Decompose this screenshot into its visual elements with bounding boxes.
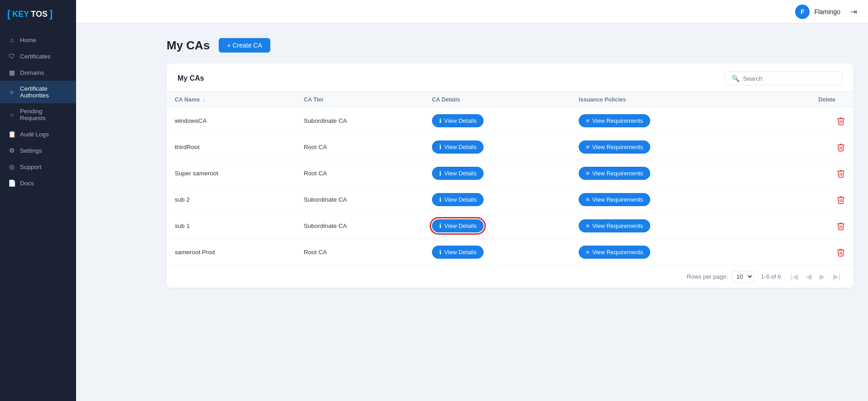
view-details-button[interactable]: ℹ View Details (432, 140, 484, 154)
sidebar-item-certificates[interactable]: 🛡 Certificates (0, 48, 76, 64)
cell-ca-details: ℹ View Details (424, 134, 571, 160)
view-requirements-button[interactable]: ≡ View Requirements (579, 246, 650, 259)
cell-ca-details: ℹ View Details (424, 213, 571, 239)
sidebar-item-settings[interactable]: ⚙ Settings (0, 142, 76, 159)
table-heading: My CAs (177, 74, 204, 82)
cell-ca-name: sameroot Prod (167, 239, 296, 266)
main-content: My CAs + Create CA My CAs 🔍 CA Name ↓ CA… (152, 24, 868, 401)
table-row: sub 1Subordinate CAℹ View Details≡ View … (167, 213, 854, 239)
home-icon: ⌂ (8, 36, 15, 43)
cell-ca-name: Super sameroot (167, 160, 296, 187)
sidebar-item-home[interactable]: ⌂ Home (0, 32, 76, 48)
avatar: F (795, 5, 810, 19)
table-row: sub 2Subordinate CAℹ View Details≡ View … (167, 187, 854, 213)
logo: [ KEY TOS ] (0, 0, 76, 28)
rows-per-page-label: Rows per page: (687, 273, 728, 280)
view-requirements-button[interactable]: ≡ View Requirements (579, 193, 650, 206)
delete-button[interactable] (768, 143, 845, 152)
cell-issuance-policies: ≡ View Requirements (571, 213, 760, 239)
cell-delete (760, 160, 854, 187)
sidebar-item-support-label: Support (20, 164, 41, 170)
sidebar-item-docs[interactable]: 📄 Docs (0, 175, 76, 191)
search-box[interactable]: 🔍 (725, 72, 843, 85)
view-requirements-button[interactable]: ≡ View Requirements (579, 167, 650, 180)
sidebar-item-support[interactable]: ◎ Support (0, 159, 76, 175)
domain-icon: ▦ (8, 69, 15, 76)
sort-arrow-icon: ↓ (203, 97, 206, 102)
sidebar-item-domains[interactable]: ▦ Domains (0, 64, 76, 81)
search-icon: 🔍 (732, 75, 739, 82)
sidebar-item-docs-label: Docs (20, 180, 34, 187)
logo-key: KEY (12, 10, 29, 19)
topbar: F Flamingo ⇥ (76, 0, 868, 24)
cell-ca-tier: Subordinate CA (296, 213, 424, 239)
cell-issuance-policies: ≡ View Requirements (571, 134, 760, 160)
settings-icon: ⚙ (8, 147, 15, 154)
cell-delete (760, 239, 854, 266)
view-requirements-button[interactable]: ≡ View Requirements (579, 219, 650, 232)
search-input[interactable] (743, 75, 836, 82)
page-prev-button[interactable]: ◀ (804, 271, 814, 282)
page-next-button[interactable]: ▶ (817, 271, 827, 282)
cas-table: CA Name ↓ CA Tier CA Details Issuance Po… (167, 92, 854, 265)
view-requirements-button[interactable]: ≡ View Requirements (579, 114, 650, 127)
cell-delete (760, 134, 854, 160)
page-first-button[interactable]: |◀ (788, 271, 800, 282)
delete-button[interactable] (768, 116, 845, 126)
logo-bracket-close: ] (49, 8, 53, 20)
page-header: My CAs + Create CA (167, 38, 854, 53)
sidebar-item-pending-requests[interactable]: ○ Pending Requests (0, 103, 76, 126)
logout-icon[interactable]: ⇥ (850, 7, 857, 17)
cell-issuance-policies: ≡ View Requirements (571, 108, 760, 134)
view-requirements-button[interactable]: ≡ View Requirements (579, 140, 650, 154)
cell-delete (760, 187, 854, 213)
cell-ca-tier: Root CA (296, 160, 424, 187)
cell-ca-details: ℹ View Details (424, 108, 571, 134)
page-last-button[interactable]: ▶| (831, 271, 843, 282)
logo-bracket: [ (7, 8, 10, 20)
cell-delete (760, 108, 854, 134)
table-row: thirdRootRoot CAℹ View Details≡ View Req… (167, 134, 854, 160)
cell-issuance-policies: ≡ View Requirements (571, 160, 760, 187)
cell-ca-name: windowsCA (167, 108, 296, 134)
pending-icon: ○ (8, 111, 15, 118)
view-details-button[interactable]: ℹ View Details (432, 167, 484, 180)
col-header-ca-tier: CA Tier (296, 92, 424, 108)
create-ca-button[interactable]: + Create CA (219, 38, 270, 53)
col-header-issuance-policies: Issuance Policies (571, 92, 760, 108)
view-details-button[interactable]: ℹ View Details (432, 114, 484, 127)
sidebar-item-audit-logs[interactable]: 📋 Audit Logs (0, 126, 76, 142)
audit-icon: 📋 (8, 130, 15, 138)
delete-button[interactable] (768, 195, 845, 204)
view-details-button[interactable]: ℹ View Details (432, 219, 484, 232)
sidebar: [ KEY TOS ] ⌂ Home 🛡 Certificates ▦ Doma… (0, 0, 76, 401)
cell-ca-tier: Subordinate CA (296, 187, 424, 213)
delete-button[interactable] (768, 248, 845, 257)
sidebar-item-settings-label: Settings (20, 147, 42, 154)
docs-icon: 📄 (8, 179, 15, 187)
view-details-button[interactable]: ℹ View Details (432, 246, 484, 259)
table-header-row: CA Name ↓ CA Tier CA Details Issuance Po… (167, 92, 854, 108)
cell-ca-name: sub 1 (167, 213, 296, 239)
sidebar-item-pending-label: Pending Requests (20, 108, 68, 121)
view-details-button[interactable]: ℹ View Details (432, 193, 484, 206)
support-icon: ◎ (8, 163, 15, 170)
col-header-ca-details: CA Details (424, 92, 571, 108)
sidebar-item-certificate-authorities[interactable]: ○ Certificate Authorities (0, 81, 76, 103)
table-row: windowsCASubordinate CAℹ View Details≡ V… (167, 108, 854, 134)
cas-table-card: My CAs 🔍 CA Name ↓ CA Tier CA Details (167, 63, 854, 288)
col-header-delete: Delete (760, 92, 854, 108)
sidebar-item-audit-label: Audit Logs (20, 131, 49, 138)
delete-button[interactable] (768, 169, 845, 178)
table-top: My CAs 🔍 (167, 63, 854, 92)
sidebar-item-ca-label: Certificate Authorities (20, 85, 68, 99)
delete-button[interactable] (768, 222, 845, 231)
rows-per-page-select[interactable]: 10 25 50 (732, 271, 754, 282)
cert-icon: 🛡 (8, 53, 15, 60)
user-name: Flamingo (814, 8, 840, 15)
cell-ca-name: sub 2 (167, 187, 296, 213)
sidebar-nav: ⌂ Home 🛡 Certificates ▦ Domains ○ Certif… (0, 28, 76, 191)
logo-tos: TOS (31, 10, 48, 19)
table-row: Super samerootRoot CAℹ View Details≡ Vie… (167, 160, 854, 187)
page-info: 1-6 of 6 (761, 273, 781, 280)
